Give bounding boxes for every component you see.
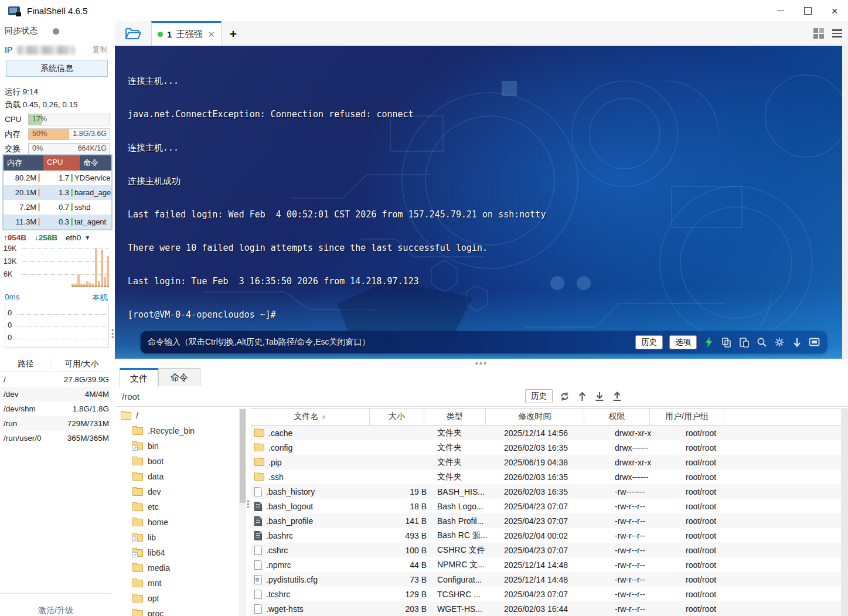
- refresh-icon[interactable]: [558, 390, 570, 402]
- terminal-area[interactable]: 连接主机... java.net.ConnectException: Conne…: [115, 46, 848, 359]
- network-interface-selector[interactable]: eth0: [66, 233, 81, 242]
- column-header-filename[interactable]: 文件名∧: [251, 409, 370, 425]
- process-row: 80.2M 1.7 YDService: [4, 171, 111, 185]
- file-row[interactable]: .pip 文件夹 2025/06/19 04:38drwxr-xr-xroot/…: [251, 455, 841, 469]
- file-row[interactable]: .cache 文件夹 2025/12/14 14:56drwxr-xr-xroo…: [251, 426, 841, 440]
- lightning-icon[interactable]: [703, 337, 714, 348]
- process-header-cpu[interactable]: CPU: [43, 155, 80, 171]
- arrow-down-icon[interactable]: [791, 337, 802, 348]
- disk-header-size[interactable]: 可用/大小: [52, 359, 111, 369]
- open-connection-manager-button[interactable]: [115, 22, 151, 46]
- terminal-file-splitter[interactable]: •••: [115, 359, 848, 368]
- ping-row: 0: [8, 333, 106, 342]
- tree-scrollbar[interactable]: [239, 408, 246, 616]
- file-row[interactable]: .npmrc 44 BNPMRC 文... 2025/12/14 14:48-r…: [251, 557, 841, 572]
- tree-item[interactable]: dev: [115, 484, 239, 499]
- tab-close-icon[interactable]: ✕: [207, 29, 215, 40]
- tree-item[interactable]: opt: [115, 591, 239, 606]
- tree-item[interactable]: data: [115, 469, 239, 484]
- window-title: FinalShell 4.6.5: [27, 6, 87, 16]
- ping-latency: 0ms: [5, 292, 20, 303]
- tree-item[interactable]: etc: [115, 499, 239, 515]
- disk-header-path[interactable]: 路径: [0, 359, 52, 369]
- tree-item[interactable]: .Recycle_bin: [115, 423, 239, 438]
- column-header-mtime[interactable]: 修改时间: [486, 409, 584, 425]
- paste-icon[interactable]: [738, 337, 750, 348]
- monitor-icon[interactable]: [809, 337, 820, 348]
- parent-directory-icon[interactable]: [576, 390, 588, 402]
- maximize-button[interactable]: [794, 0, 821, 21]
- history-button[interactable]: 历史: [635, 335, 663, 349]
- system-info-button[interactable]: 系统信息: [6, 60, 108, 77]
- options-button[interactable]: 选项: [669, 335, 697, 349]
- search-icon[interactable]: [756, 337, 767, 348]
- command-bar-tools: 历史 选项: [635, 335, 820, 349]
- tree-item[interactable]: boot: [115, 454, 239, 469]
- process-header-memory[interactable]: 内存: [4, 155, 43, 171]
- terminal-line: java.net.ConnectException: Connection re…: [128, 109, 546, 120]
- column-header-type[interactable]: 类型: [424, 409, 486, 425]
- file-row[interactable]: .tcshrc 129 BTCSHRC ... 2025/04/23 07:07…: [251, 587, 841, 601]
- column-header-permissions[interactable]: 权限: [584, 409, 650, 425]
- file-row[interactable]: .cshrc 100 BCSHRC 文件 2025/04/23 07:07-rw…: [251, 543, 841, 557]
- tree-item[interactable]: media: [115, 560, 239, 576]
- network-bar: [101, 250, 103, 287]
- column-header-size[interactable]: 大小: [370, 409, 424, 425]
- gear-icon[interactable]: [774, 337, 785, 348]
- terminal-line: Last failed login: Wed Feb 4 00:52:01 CS…: [128, 209, 546, 220]
- tree-item[interactable]: mnt: [115, 576, 239, 591]
- command-input-bar[interactable]: 命令输入（双击Ctrl切换,Alt历史,Tab路径/命令,Esc关闭窗口） 历史…: [141, 331, 827, 353]
- folder-icon: [132, 503, 143, 511]
- upload-icon[interactable]: [611, 390, 623, 402]
- tree-item-root[interactable]: /: [115, 408, 239, 423]
- tree-item[interactable]: lib64: [115, 545, 239, 560]
- sync-status-dot: [53, 28, 59, 35]
- file-row[interactable]: .bash_history 19 BBASH_HIS... 2026/02/03…: [251, 484, 841, 499]
- close-icon: ×: [831, 5, 837, 16]
- file-row[interactable]: .bashrc 493 BBash RC 源... 2026/02/04 00:…: [251, 528, 841, 543]
- tree-item[interactable]: bin: [115, 438, 239, 454]
- tree-table-splitter[interactable]: •••: [247, 500, 250, 509]
- tab-files[interactable]: 文件: [120, 368, 158, 387]
- file-row[interactable]: .wget-hsts 203 BWGET-HS... 2026/02/03 16…: [251, 601, 841, 616]
- folder-open-icon: [124, 27, 142, 40]
- upload-rate: ↑954B: [4, 233, 26, 242]
- file-row[interactable]: .bash_logout 18 BBash Logo... 2025/04/23…: [251, 499, 841, 513]
- tree-scrollbar-thumb[interactable]: [240, 409, 246, 503]
- activate-upgrade-link[interactable]: 激活/升级: [0, 593, 111, 616]
- current-path-input[interactable]: /root: [122, 392, 298, 401]
- tab-commands[interactable]: 命令: [158, 368, 200, 386]
- script-file-icon: [254, 516, 262, 526]
- file-table-scrollbar[interactable]: [841, 408, 848, 616]
- folder-symlink-icon: [132, 534, 143, 542]
- network-bar: [92, 284, 94, 287]
- minimize-button[interactable]: [767, 0, 794, 21]
- memory-meter-percent: 50%: [32, 130, 47, 138]
- process-header-command[interactable]: 命令: [80, 155, 111, 171]
- terminal-line: 连接主机...: [128, 76, 546, 87]
- tab-index: 1: [167, 29, 172, 39]
- cpu-meter-bar: 17%: [28, 114, 110, 125]
- path-history-button[interactable]: 历史: [525, 389, 553, 403]
- file-row[interactable]: .ssh 文件夹 2026/02/03 16:35drwx------root/…: [251, 469, 841, 484]
- file-row[interactable]: .bash_profile 141 BBash Profil... 2025/0…: [251, 513, 841, 528]
- tab-session-1[interactable]: 1 王强强 ✕: [151, 21, 222, 46]
- tree-item[interactable]: lib: [115, 530, 239, 545]
- copy-ip-link[interactable]: 复制: [92, 45, 108, 55]
- copy-icon[interactable]: [721, 337, 732, 348]
- folder-icon: [132, 610, 143, 616]
- download-icon[interactable]: [594, 390, 605, 402]
- column-header-owner[interactable]: 用户/用户组: [650, 409, 724, 425]
- layout-grid-icon[interactable]: [813, 28, 824, 39]
- directory-tree: / .Recycle_bin bin boot data dev etc hom…: [115, 408, 239, 616]
- tree-item[interactable]: home: [115, 515, 239, 530]
- file-row[interactable]: .config 文件夹 2026/02/03 16:35drwx------ro…: [251, 440, 841, 455]
- network-bar: [80, 284, 83, 287]
- tree-item[interactable]: proc: [115, 606, 239, 616]
- terminal-scrollbar[interactable]: [842, 46, 848, 359]
- menu-icon[interactable]: [832, 29, 842, 38]
- file-row[interactable]: .pydistutils.cfg 73 BConfigurat... 2025/…: [251, 572, 841, 587]
- chevron-down-icon[interactable]: ▼: [84, 234, 90, 241]
- close-button[interactable]: ×: [821, 0, 848, 21]
- new-tab-button[interactable]: +: [222, 22, 245, 46]
